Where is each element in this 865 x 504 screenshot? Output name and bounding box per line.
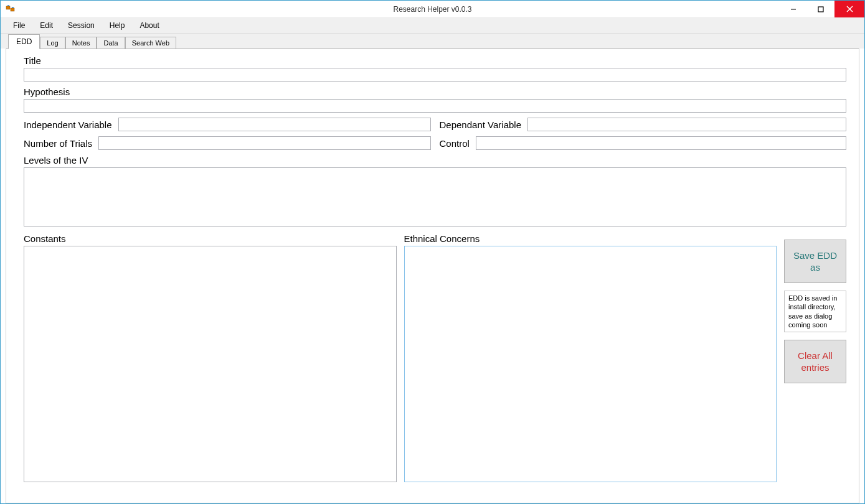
titlebar: Research Helper v0.0.3 <box>1 1 864 18</box>
tabstrip: EDD Log Notes Data Search Web <box>1 34 864 49</box>
svg-rect-3 <box>12 7 14 8</box>
svg-rect-0 <box>6 6 10 9</box>
tab-data[interactable]: Data <box>97 37 125 49</box>
menu-help[interactable]: Help <box>102 19 133 32</box>
control-input[interactable] <box>476 136 846 150</box>
svg-rect-5 <box>818 7 823 12</box>
levels-textarea[interactable] <box>24 167 846 226</box>
constants-label: Constants <box>24 233 397 244</box>
levels-label: Levels of the IV <box>24 155 846 166</box>
svg-rect-1 <box>11 8 14 11</box>
constants-textarea[interactable] <box>24 246 397 482</box>
minimize-button[interactable] <box>780 1 807 17</box>
dv-label: Dependant Variable <box>440 119 521 130</box>
save-hint: EDD is saved in install directory, save … <box>784 291 846 332</box>
tab-content-edd: Title Hypothesis Independent Variable De… <box>6 49 859 503</box>
ethics-label: Ethnical Concerns <box>404 233 777 244</box>
tab-log[interactable]: Log <box>40 37 65 49</box>
trials-input[interactable] <box>98 136 430 150</box>
menu-session[interactable]: Session <box>60 19 102 32</box>
save-edd-button[interactable]: Save EDD as <box>784 240 846 283</box>
tab-notes[interactable]: Notes <box>65 37 97 49</box>
ethics-textarea[interactable] <box>404 246 777 482</box>
clear-all-button[interactable]: Clear All entries <box>784 340 846 383</box>
tab-edd[interactable]: EDD <box>8 34 40 49</box>
trials-label: Number of Trials <box>24 138 92 149</box>
title-label: Title <box>24 55 846 66</box>
iv-input[interactable] <box>118 118 431 131</box>
svg-rect-2 <box>7 5 9 6</box>
control-label: Control <box>440 138 470 149</box>
hypothesis-input[interactable] <box>24 99 846 113</box>
window-controls <box>780 1 864 17</box>
app-icon <box>6 4 16 14</box>
hypothesis-label: Hypothesis <box>24 86 846 97</box>
tab-search-web[interactable]: Search Web <box>125 37 176 49</box>
close-button[interactable] <box>834 1 864 17</box>
window-title: Research Helper v0.0.3 <box>393 5 471 14</box>
side-buttons: Save EDD as EDD is saved in install dire… <box>784 233 846 482</box>
menu-about[interactable]: About <box>132 19 166 32</box>
menu-edit[interactable]: Edit <box>32 19 60 32</box>
title-input[interactable] <box>24 68 846 82</box>
dv-input[interactable] <box>527 118 846 131</box>
menu-file[interactable]: File <box>6 19 32 32</box>
menubar: File Edit Session Help About <box>1 18 864 34</box>
maximize-button[interactable] <box>807 1 834 17</box>
iv-label: Independent Variable <box>24 119 112 130</box>
